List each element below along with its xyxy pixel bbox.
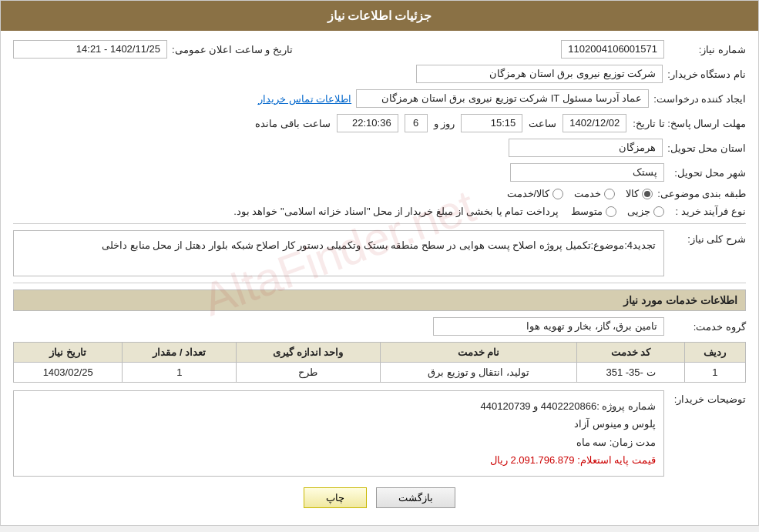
need-description-value: تجدید4:موضوع:تکمیل پروژه اصلاح پست هوایی… [102, 239, 656, 251]
reply-remaining-label: ساعت باقی مانده [255, 118, 330, 129]
reply-deadline-row: مهلت ارسال پاسخ: تا تاریخ: 1402/12/02 سا… [13, 114, 746, 132]
service-group-value: تامین برق، گاز، بخار و تهویه هوا [433, 317, 664, 336]
services-section-title: اطلاعات خدمات مورد نیاز [13, 289, 746, 311]
col-service-name: نام خدمت [380, 343, 577, 363]
category-label: طبقه بندی موضوعی: [657, 188, 746, 199]
category-option-khedmat[interactable]: خدمت [574, 188, 615, 199]
buyer-org-value: شرکت توزیع نیروی برق استان هرمزگان [416, 65, 663, 83]
divider-1 [13, 223, 746, 224]
process-row: نوع فرآیند خرید : جزیی متوسط پرداخت تمام… [13, 206, 746, 217]
buyer-desc-line-3: قیمت پایه استعلام: 2.091.796.879 ریال [22, 451, 656, 469]
reply-days-value: 6 [405, 114, 428, 132]
need-description-row: شرح کلی نیاز: تجدید4:موضوع:تکمیل پروژه ا… [13, 230, 746, 276]
creator-row: ایجاد کننده درخواست: عماد آدرسا مسئول IT… [13, 89, 746, 108]
need-number-value: 1102004106001571 [561, 40, 664, 59]
delivery-city-label: شهر محل تحویل: [669, 167, 746, 179]
service-group-row: گروه خدمت: تامین برق، گاز، بخار و تهویه … [13, 317, 746, 336]
page-title: جزئیات اطلاعات نیاز [327, 9, 432, 22]
buyer-description-row: توضیحات خریدار: شماره پروژه :4402220866 … [13, 390, 746, 477]
delivery-province-label: استان محل تحویل: [667, 142, 746, 154]
radio-khedmat-label: خدمت [574, 188, 601, 199]
category-radio-group: کالا خدمت کالا/خدمت [507, 188, 653, 199]
cell-quantity: 1 [123, 363, 237, 383]
radio-kala-khedmat-icon [552, 189, 563, 199]
need-number-row: شماره نیاز: 1102004106001571 تاریخ و ساع… [13, 40, 746, 59]
reply-remaining-value: 22:10:36 [337, 114, 398, 132]
process-radio-group: جزیی متوسط [571, 206, 664, 217]
buyer-org-label: نام دستگاه خریدار: [667, 69, 746, 80]
category-option-kala[interactable]: کالا [626, 188, 653, 199]
buyer-desc-line-2: مدت زمان: سه ماه [22, 433, 656, 451]
need-number-label: شماره نیاز: [669, 44, 746, 55]
col-row-num: ردیف [684, 343, 745, 363]
process-label: نوع فرآیند خرید : [669, 206, 746, 217]
cell-date: 1403/02/25 [14, 363, 123, 383]
cell-row-num: 1 [684, 363, 745, 383]
buyer-description-content: شماره پروژه :4402220866 و 440120739پلوس … [13, 390, 664, 477]
reply-date-value: 1402/12/02 [563, 114, 626, 132]
cell-unit: طرح [237, 363, 380, 383]
category-row: طبقه بندی موضوعی: کالا خدمت کالا/خدمت [13, 188, 746, 199]
buyer-desc-line-1: پلوس و مینوس آزاد [22, 415, 656, 433]
print-button[interactable]: چاپ [304, 487, 367, 508]
need-description-box: تجدید4:موضوع:تکمیل پروژه اصلاح پست هوایی… [13, 230, 664, 276]
radio-khedmat-icon [604, 189, 615, 199]
contact-link[interactable]: اطلاعات تماس خریدار [258, 93, 351, 105]
radio-kala-khedmat-label: کالا/خدمت [507, 188, 550, 199]
radio-motavasset-icon [606, 206, 616, 217]
radio-jozi-label: جزیی [627, 206, 650, 217]
back-button[interactable]: بازگشت [376, 487, 455, 508]
creator-label: ایجاد کننده درخواست: [653, 93, 746, 105]
radio-motavasset-label: متوسط [571, 206, 603, 217]
delivery-province-value: هرمزگان [509, 139, 663, 157]
public-announcement-label: تاریخ و ساعت اعلان عمومی: [172, 44, 293, 55]
services-table: ردیف کد خدمت نام خدمت واحد اندازه گیری ت… [13, 342, 746, 383]
col-unit: واحد اندازه گیری [237, 343, 380, 363]
price-highlight: قیمت پایه استعلام: 2.091.796.879 ریال [490, 454, 656, 466]
process-option-motavasset[interactable]: متوسط [571, 206, 616, 217]
table-row: 1 ت -35- 351 تولید، انتقال و توزیع برق ط… [14, 363, 746, 383]
radio-kala-icon [642, 189, 653, 199]
reply-days-label: روز و [434, 118, 455, 129]
reply-time-label: ساعت [529, 118, 556, 129]
delivery-province-row: استان محل تحویل: هرمزگان [13, 139, 746, 157]
delivery-city-value: پستک [510, 163, 664, 182]
button-row: بازگشت چاپ [13, 487, 746, 508]
table-header: ردیف کد خدمت نام خدمت واحد اندازه گیری ت… [14, 343, 746, 363]
page-header: جزئیات اطلاعات نیاز [1, 1, 758, 31]
cell-service-name: تولید، انتقال و توزیع برق [380, 363, 577, 383]
radio-kala-label: کالا [626, 188, 639, 199]
radio-jozi-icon [653, 206, 664, 217]
col-date: تاریخ نیاز [14, 343, 123, 363]
buyer-org-row: نام دستگاه خریدار: شرکت توزیع نیروی برق … [13, 65, 746, 83]
public-announcement-value: 1402/11/25 - 14:21 [13, 40, 167, 59]
creator-value: عماد آدرسا مسئول IT شرکت توزیع نیروی برق… [356, 89, 649, 108]
col-service-code: کد خدمت [577, 343, 685, 363]
table-body: 1 ت -35- 351 تولید، انتقال و توزیع برق ط… [14, 363, 746, 383]
buyer-desc-line-0: شماره پروژه :4402220866 و 440120739 [22, 397, 656, 415]
need-description-label: شرح کلی نیاز: [669, 230, 746, 245]
process-note: پرداخت تمام یا بخشی از مبلغ خریدار از مح… [233, 206, 559, 217]
category-option-kala-khedmat[interactable]: کالا/خدمت [507, 188, 564, 199]
page-wrapper: جزئیات اطلاعات نیاز شماره نیاز: 11020041… [0, 0, 759, 526]
divider-2 [13, 283, 746, 283]
process-option-jozi[interactable]: جزیی [627, 206, 664, 217]
cell-service-code: ت -35- 351 [577, 363, 685, 383]
content-area: شماره نیاز: 1102004106001571 تاریخ و ساع… [1, 31, 758, 525]
buyer-description-label: توضیحات خریدار: [669, 390, 746, 405]
col-quantity: تعداد / مقدار [123, 343, 237, 363]
delivery-city-row: شهر محل تحویل: پستک [13, 163, 746, 182]
reply-deadline-label: مهلت ارسال پاسخ: تا تاریخ: [633, 118, 746, 129]
reply-time-value: 15:15 [461, 114, 522, 132]
service-group-label: گروه خدمت: [669, 321, 746, 333]
